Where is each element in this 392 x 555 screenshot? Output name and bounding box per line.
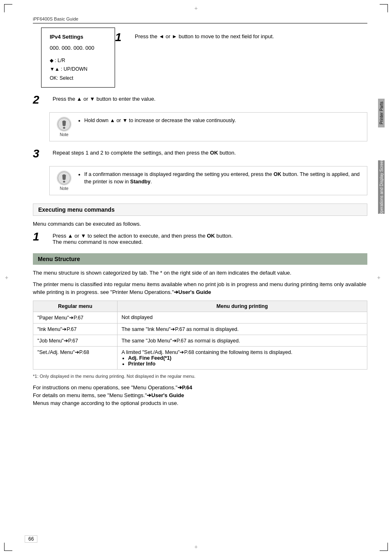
note1-icon-wrapper: Note: [55, 117, 73, 137]
table-row: "Ink Menu"➔P.67 The same "Ink Menu"➔P.67…: [33, 323, 367, 335]
step2-number: 2: [33, 94, 49, 106]
para2-ref: ➔User's Guide: [174, 289, 211, 295]
ref-link-3: Menus may change according to the option…: [33, 400, 367, 406]
page-header: iPF6400S Basic Guide: [33, 16, 367, 23]
table-row3-col2: The same "Job Menu"➔P.67 as normal is di…: [117, 335, 367, 346]
step3-block: 3 Repeat steps 1 and 2 to complete the s…: [33, 148, 367, 160]
step1-content: Press the ◄ or ► button to move to the n…: [135, 32, 367, 39]
table-row4-col2: A limited "Set./Adj. Menu"➔P.68 containi…: [117, 346, 367, 369]
crossmark-right: +: [377, 274, 380, 281]
exec-step1-content: Press ▲ or ▼ to select the action to exe…: [53, 231, 367, 245]
exec-step1-block: 1 Press ▲ or ▼ to select the action to e…: [33, 231, 367, 245]
note2-label: Note: [60, 186, 68, 191]
ipv4-display-box: IPv4 Settings 000. 000. 000. 000 ◆ : L/R…: [41, 28, 115, 88]
corner-mark-br: [380, 543, 388, 551]
table-row1-col1: "Paper Menu"➔P.67: [33, 312, 118, 323]
step3-number: 3: [33, 148, 49, 160]
step2-text: Press the ▲ or ▼ button to enter the val…: [53, 96, 155, 102]
menu-structure-para2: The printer menu is classified into regu…: [33, 280, 367, 296]
svg-point-1: [63, 127, 65, 128]
ref-links: For instructions on menu operations, see…: [33, 384, 367, 406]
table-footnote: *1: Only displayed in the menu during pr…: [33, 374, 367, 379]
note2-text: If a confirmation message is displayed r…: [78, 171, 361, 186]
menu-table: Regular menu Menu during printing "Paper…: [33, 301, 367, 370]
ipv4-hints: ◆ : L/R ▼▲ : UP/DOWN OK: Select: [50, 56, 106, 83]
note1-text: Hold down ▲ or ▼ to increase or decrease…: [78, 117, 236, 125]
section-menu-structure-header: Menu Structure: [33, 253, 367, 265]
note1-box: Note Hold down ▲ or ▼ to increase or dec…: [49, 112, 367, 141]
side-tab-printer-label: Printer Parts: [379, 102, 384, 125]
ref-link-2: For details on menu items, see "Menu Set…: [33, 392, 367, 398]
table-row: "Job Menu"➔P.67 The same "Job Menu"➔P.67…: [33, 335, 367, 346]
corner-mark-bl: [4, 543, 12, 551]
note2-icon-wrapper: Note: [55, 171, 73, 191]
corner-mark-tr: [380, 4, 388, 12]
note2-text-before: If a confirmation message is displayed r…: [84, 171, 274, 177]
step3-text-after: button.: [218, 150, 236, 156]
table-row2-col1: "Ink Menu"➔P.67: [33, 323, 118, 335]
ref2-ref: ➔User's Guide: [147, 392, 184, 398]
ref-link-1: For instructions on menu operations, see…: [33, 384, 367, 391]
ipv4-title: IPv4 Settings: [50, 32, 106, 42]
side-tab-operations-label: Operations and Display Screen: [379, 159, 384, 215]
table-row2-col2: The same "Ink Menu"➔P.67 as normal is di…: [117, 323, 367, 335]
table-col1-header: Regular menu: [33, 301, 118, 312]
exec-step1-number: 1: [33, 231, 49, 243]
note2-icon: [57, 171, 71, 185]
note2-box: Note If a confirmation message is displa…: [49, 166, 367, 195]
crossmark-bottom: +: [194, 543, 198, 550]
note2-bold2: Standby: [130, 179, 150, 185]
exec-step1-text-after: button.: [215, 233, 233, 239]
menu-structure-para1: The menu structure is shown categorized …: [33, 269, 367, 277]
table-row4-item1: Adj. Fine Feed(*1): [128, 355, 172, 361]
step2-block: 2 Press the ▲ or ▼ button to enter the v…: [33, 94, 367, 106]
page-number: 66: [25, 535, 37, 543]
crossmark-left: +: [5, 274, 8, 281]
executing-body: Menu commands can be executed as follows…: [33, 220, 367, 228]
section-executing-header: Executing menu commands: [33, 204, 367, 216]
step1-number: 1: [115, 32, 131, 43]
step1-text: Press the ◄ or ► button to move to the n…: [135, 33, 274, 39]
table-row: "Paper Menu"➔P.67 Not displayed: [33, 312, 367, 323]
table-row4-col2-text: A limited "Set./Adj. Menu"➔P.68 containi…: [122, 349, 363, 355]
note2-text-after: .: [150, 179, 152, 185]
step2-content: Press the ▲ or ▼ button to enter the val…: [53, 94, 367, 102]
ipv4-address: 000. 000. 000. 000: [50, 43, 106, 53]
exec-step1-text-before: Press ▲ or ▼ to select the action to exe…: [53, 233, 207, 239]
exec-step1-line2: The menu command is now executed.: [53, 239, 367, 245]
step3-text-before: Repeat steps 1 and 2 to complete the set…: [53, 150, 210, 156]
step1-block: IPv4 Settings 000. 000. 000. 000 ◆ : L/R…: [33, 32, 367, 88]
side-tab-operations-bar: Operations and Display Screen: [378, 160, 385, 214]
svg-point-3: [63, 180, 65, 182]
table-row4-col1: "Set./Adj. Menu"➔P.68: [33, 346, 118, 369]
side-tab-printer-bar: Printer Parts: [378, 99, 385, 127]
table-col2-header: Menu during printing: [117, 301, 367, 312]
table-row3-col1: "Job Menu"➔P.67: [33, 335, 118, 346]
exec-step1-bold: OK: [207, 233, 215, 239]
note2-bold1: OK: [274, 171, 281, 177]
table-row1-col2: Not displayed: [117, 312, 367, 323]
note1-label: Note: [60, 132, 68, 137]
table-row: "Set./Adj. Menu"➔P.68 A limited "Set./Ad…: [33, 346, 367, 369]
note1-icon: [57, 117, 71, 132]
crossmark-top: +: [194, 5, 198, 12]
corner-mark-tl: [4, 4, 12, 12]
table-row4-item2: Printer Info: [128, 361, 156, 367]
step3-bold: OK: [210, 150, 218, 156]
ref1-ref: ➔P.64: [178, 384, 192, 391]
step3-content: Repeat steps 1 and 2 to complete the set…: [53, 148, 367, 156]
